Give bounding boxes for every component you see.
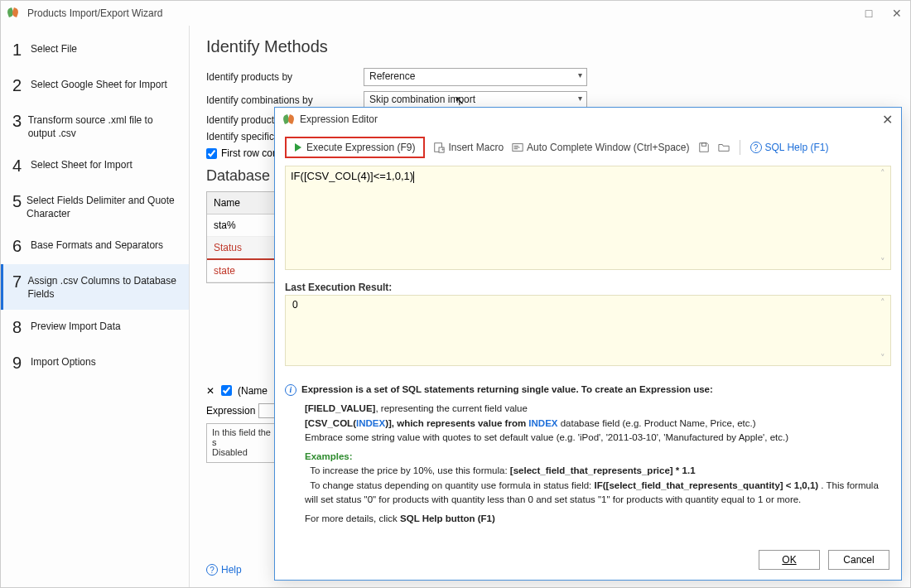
identify-products-label: Identify products by xyxy=(206,71,364,83)
open-icon-button[interactable] xyxy=(718,142,730,153)
step-6[interactable]: 6Base Formats and Separators xyxy=(1,229,189,264)
step-4[interactable]: 4Select Sheet for Import xyxy=(1,148,189,184)
expression-code-input[interactable]: IF([CSV_COL(4)]<=1,0,1) ˄ ˅ xyxy=(285,166,891,270)
clear-icon[interactable]: ✕ xyxy=(206,385,214,397)
table-header-name[interactable]: Name xyxy=(207,192,278,214)
wizard-sidebar: 1Select File 2Select Google Sheet for Im… xyxy=(1,26,190,587)
close-icon[interactable]: ✕ xyxy=(890,7,904,20)
save-icon xyxy=(698,142,710,153)
dialog-titlebar: Expression Editor ✕ xyxy=(275,108,901,131)
result-scroll-up-icon[interactable]: ˄ xyxy=(877,297,889,308)
play-icon xyxy=(295,143,301,152)
folder-open-icon xyxy=(718,142,730,153)
expression-editor-dialog: Expression Editor ✕ Execute Expression (… xyxy=(274,107,902,581)
help-icon: ? xyxy=(206,564,218,576)
table-filter-cell[interactable]: sta% xyxy=(207,214,278,237)
dialog-toolbar: Execute Expression (F9) + Insert Macro A… xyxy=(275,131,901,164)
step-5[interactable]: 5Select Fields Delimiter and Quote Chara… xyxy=(1,184,189,229)
expression-label: Expression xyxy=(206,405,255,417)
toolbar-separator xyxy=(740,140,740,155)
ok-button[interactable]: OK xyxy=(759,550,820,570)
insert-macro-button[interactable]: + Insert Macro xyxy=(433,142,504,153)
page-heading: Identify Methods xyxy=(206,37,894,56)
help-text-block: iExpression is a set of SQL statements r… xyxy=(285,383,891,531)
window-title: Products Import/Export Wizard xyxy=(27,7,862,19)
execution-result-value: 0 xyxy=(292,299,298,311)
first-row-label-truncated: First row con xyxy=(221,147,278,159)
auto-complete-button[interactable]: Auto Complete Window (Ctrl+Space) xyxy=(512,142,689,153)
main-window: Products Import/Export Wizard □ ✕ 1Selec… xyxy=(0,0,911,588)
step-9[interactable]: 9Import Options xyxy=(1,345,189,381)
help-link[interactable]: ? Help xyxy=(206,564,242,576)
save-icon-button[interactable] xyxy=(698,142,710,153)
auto-complete-icon xyxy=(512,142,523,153)
first-row-checkbox[interactable] xyxy=(206,148,217,159)
titlebar: Products Import/Export Wizard □ ✕ xyxy=(1,1,910,26)
sql-help-icon: ? xyxy=(750,142,762,153)
table-row-status[interactable]: Status xyxy=(207,237,278,260)
dialog-app-icon xyxy=(283,113,295,125)
execution-result-box: 0 ˄ ˅ xyxy=(285,295,891,366)
info-icon: i xyxy=(285,384,296,396)
cancel-button[interactable]: Cancel xyxy=(828,550,889,570)
svg-rect-7 xyxy=(701,143,706,147)
name-filter-fragment: (Name xyxy=(238,385,268,397)
dialog-close-icon[interactable]: ✕ xyxy=(882,112,893,128)
scroll-down-icon[interactable]: ˅ xyxy=(877,257,889,267)
result-scroll-down-icon[interactable]: ˅ xyxy=(877,353,889,364)
fields-table: Name sta% Status state xyxy=(206,191,279,283)
insert-macro-icon: + xyxy=(433,142,445,153)
sql-help-button[interactable]: ? SQL Help (F1) xyxy=(750,142,829,153)
scroll-up-icon[interactable]: ˄ xyxy=(877,168,889,179)
step-7[interactable]: 7Assign .csv Columns to Database Fields xyxy=(1,264,189,309)
svg-text:+: + xyxy=(441,147,445,152)
name-filter-checkbox[interactable] xyxy=(221,385,232,396)
step-1[interactable]: 1Select File xyxy=(1,32,189,68)
step-3[interactable]: 3Transform source .xml file to output .c… xyxy=(1,104,189,148)
identify-combinations-label: Identify combinations by xyxy=(206,94,364,106)
step-8[interactable]: 8Preview Import Data xyxy=(1,310,189,345)
last-execution-label: Last Execution Result: xyxy=(285,282,891,293)
field-description-box: In this field the s Disabled xyxy=(206,423,279,463)
dialog-title: Expression Editor xyxy=(300,113,882,125)
maximize-icon[interactable]: □ xyxy=(862,7,875,20)
execute-expression-button[interactable]: Execute Expression (F9) xyxy=(285,137,425,158)
table-row-state[interactable]: state xyxy=(207,260,278,282)
app-icon xyxy=(7,7,21,20)
identify-products-select[interactable]: Reference xyxy=(364,68,587,86)
step-2[interactable]: 2Select Google Sheet for Import xyxy=(1,68,189,104)
